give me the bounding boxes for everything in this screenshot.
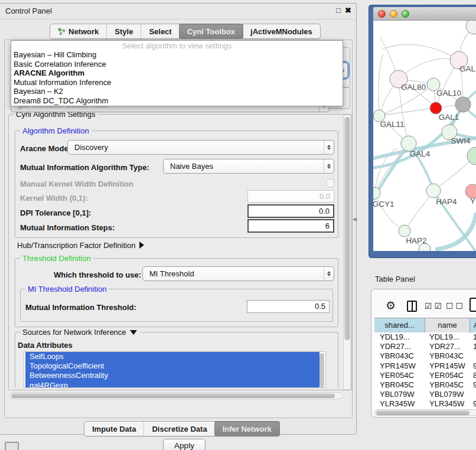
node-label-gal4: GAL4 — [410, 149, 431, 158]
document-icon[interactable] — [470, 298, 476, 312]
table-cell: YPR145W — [425, 361, 470, 371]
checked-boxes-icon[interactable]: ☑ ☑ — [425, 301, 442, 311]
mi-steps-field[interactable]: 6 — [247, 219, 334, 233]
dpi-tolerance-field[interactable]: 0.0 — [247, 204, 334, 218]
table-cell: 8. — [470, 371, 476, 380]
table-cell: 13 — [470, 332, 476, 342]
minimize-window-icon[interactable] — [390, 10, 397, 18]
algorithm-option-bayesian-hill-climbing[interactable]: Bayesian – Hill Climbing — [11, 50, 343, 60]
table-row[interactable]: YER054CYER054C8. — [374, 371, 476, 380]
settings-vertical-scrollbar[interactable] — [343, 115, 351, 390]
algorithm-option-basic-correlation-inference[interactable]: Basic Correlation Inference — [11, 60, 343, 69]
table-row[interactable]: YBR043CYBR043C — [374, 351, 476, 361]
algorithm-option-aracne-algorithm[interactable]: ARACNE Algorithm — [11, 69, 343, 78]
algorithm-dropdown-popup: Select algorithm to view settings Bayesi… — [11, 40, 343, 106]
kernel-width-field[interactable]: 0.0 — [247, 190, 334, 203]
node-label-gal10: GAL10 — [436, 89, 461, 97]
column-header-shared[interactable]: shared... — [374, 318, 425, 333]
node-gray[interactable] — [455, 97, 471, 112]
table-cell: YBR043C — [374, 351, 425, 361]
algorithm-option-bayesian-k2[interactable]: Bayesian – K2 — [11, 87, 343, 96]
table-row[interactable]: YPR145WYPR145W9. — [374, 361, 476, 371]
unchecked-boxes-icon[interactable]: ☐ ☐ — [446, 301, 463, 311]
table-body: YDL19...YDL19...13YDR27...YDR27...12YBR0… — [374, 332, 476, 411]
node-hap2[interactable] — [399, 225, 410, 237]
aracne-mode-combo[interactable]: Discovery — [67, 140, 334, 155]
close-window-icon[interactable] — [378, 10, 386, 18]
node-label-gal80: GAL80 — [401, 83, 426, 92]
tab-select[interactable]: Select — [141, 24, 179, 38]
table-row[interactable]: YBL079WYBL079W — [374, 390, 476, 399]
threshold-definition-title: Threshold Definition — [20, 254, 93, 263]
tab-cyni-toolbox[interactable]: Cyni Toolbox — [179, 24, 243, 39]
sources-group-title[interactable]: Sources for Network Inference — [20, 328, 139, 337]
apply-button[interactable]: Apply — [163, 439, 206, 450]
column-header-a[interactable]: A — [470, 318, 476, 333]
tab-jactivemnodules[interactable]: jActiveMNodules — [243, 24, 320, 38]
node-label-hap4: HAP4 — [436, 197, 457, 206]
stepper-icon — [324, 141, 334, 154]
settings-scrollbar-thumb[interactable] — [344, 117, 350, 340]
tab-label: Discretize Data — [152, 425, 207, 433]
network-edge[interactable] — [379, 108, 436, 116]
column-header-name[interactable]: name — [425, 318, 470, 333]
network-edge[interactable] — [374, 193, 405, 231]
node-hap4[interactable] — [426, 184, 441, 198]
table-cell: 9. — [470, 361, 476, 371]
table-row[interactable]: YBR045CYBR045C9. — [374, 380, 476, 390]
table-cell: YBR045C — [425, 380, 470, 390]
manual-kernel-checkbox[interactable] — [326, 179, 334, 187]
table-row[interactable]: YLR345WYLR345W9. — [374, 399, 476, 409]
tab-infer-network[interactable]: Infer Network — [214, 421, 280, 436]
table-row[interactable]: YDL19...YDL19...13 — [374, 332, 476, 342]
mi-threshold-field[interactable]: 0.5 — [247, 300, 330, 313]
tab-network[interactable]: Network — [50, 24, 106, 38]
node-gal1[interactable] — [430, 102, 442, 114]
gear-icon[interactable]: ⚙ — [386, 299, 396, 312]
network-edge[interactable] — [405, 191, 433, 231]
network-edge[interactable] — [382, 44, 459, 60]
algorithm-definition-title: Algorithm Definition — [20, 126, 92, 135]
settings-horizontal-scrollbar[interactable] — [9, 392, 343, 399]
network-window-titlebar[interactable] — [373, 7, 476, 21]
attribute-item-topologicalcoefficient[interactable]: TopologicalCoefficient — [25, 361, 319, 371]
tab-impute-data[interactable]: Impute Data — [84, 422, 144, 436]
tab-label: jActiveMNodules — [250, 27, 312, 36]
which-threshold-combo[interactable]: MI Threshold — [142, 266, 334, 281]
zoom-window-icon[interactable] — [402, 10, 409, 18]
close-panel-icon[interactable]: ✖ — [345, 6, 351, 15]
algorithm-definition-group: Algorithm Definition Aracne Mode: Discov… — [15, 131, 338, 238]
columns-icon[interactable] — [407, 301, 417, 312]
mi-type-combo[interactable]: Naive Bayes — [163, 159, 334, 174]
table-row[interactable]: YDR27...YDR27...12 — [374, 342, 476, 351]
node-label-hap2: HAP2 — [406, 236, 426, 245]
table-cell: YBR045C — [374, 380, 425, 390]
split-pane-grip-icon[interactable]: ◀ — [353, 216, 357, 222]
algorithm-option-dream8-dc-tdc-algorithm[interactable]: Dream8 DC_TDC Algorithm — [11, 96, 343, 106]
hub-definition-toggle[interactable]: Hub/Transcription Factor Definition — [17, 241, 144, 250]
network-canvas[interactable]: GALGAL80GAL10GAL1SWI4GAL11GAL4GCY1HAP4YH… — [373, 21, 476, 251]
node-top-right[interactable] — [466, 21, 476, 34]
kernel-width-label: Kernel Width (0,1): — [20, 194, 88, 203]
minimized-panel-icon[interactable] — [5, 442, 19, 450]
table-header-row: shared...nameA — [374, 318, 476, 334]
cyni-bottom-tabs: Impute DataDiscretize DataInfer Network — [84, 421, 280, 436]
table-hscrollbar-thumb[interactable] — [376, 410, 470, 415]
settings-hscrollbar-thumb[interactable] — [11, 393, 335, 398]
table-cell: YPR145W — [374, 361, 425, 371]
mi-threshold-group: MI Threshold Definition Mutual Informati… — [20, 289, 333, 322]
tab-style[interactable]: Style — [106, 24, 141, 38]
table-horizontal-scrollbar[interactable] — [374, 409, 476, 416]
tab-discretize-data[interactable]: Discretize Data — [144, 422, 214, 436]
list-scrollbar-thumb[interactable] — [319, 353, 324, 387]
attribute-item-gal4rgexp[interactable]: gal4RGexp — [25, 381, 319, 388]
node-label-gcy1: GCY1 — [373, 200, 394, 208]
float-panel-icon[interactable]: □ — [336, 6, 341, 15]
tab-label: Impute Data — [92, 425, 136, 433]
attribute-item-betweennesscentrality[interactable]: BetweennessCentrality — [25, 371, 319, 380]
table-cell: YDR27... — [425, 342, 470, 351]
table-cell: YBR043C — [425, 351, 470, 361]
attribute-item-selfloops[interactable]: SelfLoops — [25, 352, 319, 361]
algorithm-option-mutual-information-inference[interactable]: Mutual Information Inference — [11, 78, 343, 87]
data-attributes-list: SelfLoopsTopologicalCoefficientBetweenne… — [24, 351, 326, 388]
